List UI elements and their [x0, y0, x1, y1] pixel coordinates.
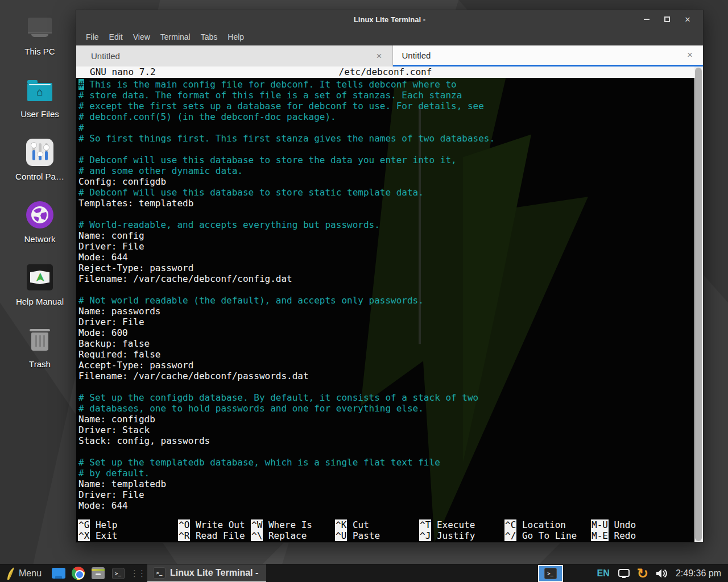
- tab-untitled-1[interactable]: Untitled ×: [76, 45, 393, 66]
- editor-line: # Set up the templatedb database, which …: [78, 457, 703, 468]
- menu-file[interactable]: File: [81, 30, 104, 44]
- tab-label: Untitled: [402, 51, 685, 60]
- chrome-icon: [72, 567, 85, 580]
- file-manager-launcher[interactable]: [51, 566, 65, 580]
- nano-title-bar: GNU nano 7.2 /etc/debconf.conf: [76, 66, 694, 78]
- editor-lines[interactable]: # This is the main config file for debco…: [76, 78, 703, 511]
- nano-shortcut: ^X Exit: [78, 530, 178, 541]
- editor-line: Reject-Type: password: [78, 263, 703, 273]
- tab-close-icon[interactable]: ×: [685, 49, 695, 61]
- editor-line: Required: false: [78, 349, 703, 360]
- task-button-label: Linux Lite Terminal -: [170, 568, 258, 578]
- task-button-terminal[interactable]: >_ Linux Lite Terminal -: [147, 564, 266, 582]
- scrollbar[interactable]: [694, 66, 703, 542]
- editor-line: Filename: /var/cache/debconf/passwords.d…: [78, 371, 703, 381]
- minimize-button[interactable]: [640, 13, 653, 26]
- menu-view[interactable]: View: [128, 30, 155, 44]
- title-bar[interactable]: Linux Lite Terminal - ✕: [76, 10, 703, 28]
- desktop-icon-help-manual[interactable]: ➤ Help Manual: [5, 263, 75, 317]
- volume-icon[interactable]: [655, 568, 668, 579]
- scrollbar-thumb[interactable]: [695, 68, 702, 541]
- editor-line: Name: config: [78, 230, 703, 241]
- manual-book-icon: ➤: [25, 263, 55, 292]
- tray-terminal-button[interactable]: >_: [538, 565, 563, 582]
- minimize-icon: [644, 19, 650, 20]
- editor-line: # by default.: [78, 468, 703, 479]
- editor-line: Config: configdb: [78, 176, 703, 187]
- desktop-icon-label: Control Pa…: [15, 172, 64, 181]
- nano-shortcut: ^R Read File: [178, 530, 251, 541]
- keyboard-layout-indicator[interactable]: EN: [597, 568, 610, 579]
- nano-shortcut-bar: ^G Help^O Write Out^W Where Is^K Cut^T E…: [76, 519, 694, 541]
- tab-close-icon[interactable]: ×: [374, 51, 384, 62]
- editor-line: Filename: /var/cache/debconf/config.dat: [78, 273, 703, 284]
- nano-shortcut: ^O Write Out: [178, 519, 251, 530]
- nano-shortcut: ^K Cut: [335, 519, 419, 530]
- editor-line: #: [78, 122, 703, 133]
- terminal-icon: >_: [544, 568, 557, 579]
- nano-shortcut: ^T Execute: [419, 519, 504, 530]
- editor-line: Driver: File: [78, 317, 703, 327]
- chrome-launcher[interactable]: [71, 566, 85, 580]
- editor-line: # This is the main config file for debco…: [78, 79, 703, 90]
- control-panel-icon: [25, 138, 55, 167]
- menu-logo-icon[interactable]: [6, 567, 15, 580]
- editor-line: # debconf.conf(5) (in the debconf-doc pa…: [78, 111, 703, 122]
- editor-line: Mode: 644: [78, 252, 703, 263]
- menu-button[interactable]: Menu: [19, 568, 42, 579]
- desktop-icon-network[interactable]: Network: [5, 200, 75, 255]
- display-tray-icon[interactable]: [618, 568, 630, 579]
- editor-line: # databases, one to hold passwords and o…: [78, 403, 703, 414]
- taskbar-separator: ⋮⋮: [130, 568, 145, 579]
- editor-line: Mode: 644: [78, 500, 703, 511]
- nano-shortcut: ^J Justify: [419, 530, 504, 541]
- nano-shortcut: ^/ Go To Line: [504, 530, 591, 541]
- editor-line: [78, 284, 703, 295]
- editor-line: [78, 209, 703, 219]
- tab-bar: Untitled × Untitled ×: [76, 45, 703, 66]
- editor-line: Driver: Stack: [78, 425, 703, 435]
- editor-line: # store data. The format of this file is…: [78, 90, 703, 101]
- editor-line: [78, 381, 703, 392]
- editor-line: Templates: templatedb: [78, 198, 703, 209]
- editor-line: # except the first sets up a database fo…: [78, 101, 703, 111]
- menu-help[interactable]: Help: [222, 30, 249, 44]
- desktop-icon-control-panel[interactable]: Control Pa…: [5, 138, 75, 192]
- shortcut-row: ^X Exit^R Read File^\ Replace^U Paste^J …: [76, 530, 694, 541]
- desktop-icon-this-pc[interactable]: This PC: [5, 13, 75, 67]
- editor-line: # World-readable, and accepts everything…: [78, 219, 703, 230]
- terminal-content[interactable]: GNU nano 7.2 /etc/debconf.conf # This is…: [76, 66, 703, 542]
- desktop-icon-label: Network: [24, 234, 55, 244]
- menu-edit[interactable]: Edit: [104, 30, 128, 44]
- archive-launcher[interactable]: [91, 566, 105, 580]
- menu-tabs[interactable]: Tabs: [196, 30, 223, 44]
- menu-terminal[interactable]: Terminal: [155, 30, 196, 44]
- nano-shortcut: ^U Paste: [335, 530, 419, 541]
- close-button[interactable]: ✕: [681, 13, 694, 26]
- close-icon: ✕: [685, 15, 691, 24]
- globe-icon: [25, 200, 55, 230]
- editor-line: [78, 446, 703, 457]
- terminal-launcher[interactable]: >_: [111, 566, 125, 580]
- maximize-icon: [664, 16, 670, 22]
- menu-bar: FileEditViewTerminalTabsHelp: [76, 28, 703, 45]
- desktop-icon-label: Trash: [29, 359, 51, 369]
- tab-untitled-2[interactable]: Untitled ×: [393, 45, 704, 66]
- nano-shortcut: ^C Location: [504, 519, 591, 530]
- editor-line: Name: passwords: [78, 306, 703, 317]
- desktop-icon-user-files[interactable]: ⌂ User Files: [5, 75, 75, 130]
- desktop-icon-trash[interactable]: Trash: [5, 325, 75, 380]
- editor-line: Stack: config, passwords: [78, 435, 703, 446]
- editor-line: Name: templatedb: [78, 479, 703, 489]
- laptop-icon: [25, 13, 55, 42]
- nano-shortcut: M-E Redo: [591, 530, 694, 541]
- display-icon: [52, 568, 65, 579]
- update-notifier-icon[interactable]: ↻: [637, 567, 648, 580]
- desktop-icon-label: Help Manual: [16, 297, 64, 306]
- archive-icon: [92, 567, 105, 579]
- clock[interactable]: 2:49:36 pm: [676, 568, 721, 579]
- editor-line: # Debconf will use this database to stor…: [78, 155, 703, 165]
- maximize-button[interactable]: [661, 13, 673, 26]
- nano-shortcut: ^G Help: [78, 519, 178, 530]
- trash-icon: [25, 325, 55, 355]
